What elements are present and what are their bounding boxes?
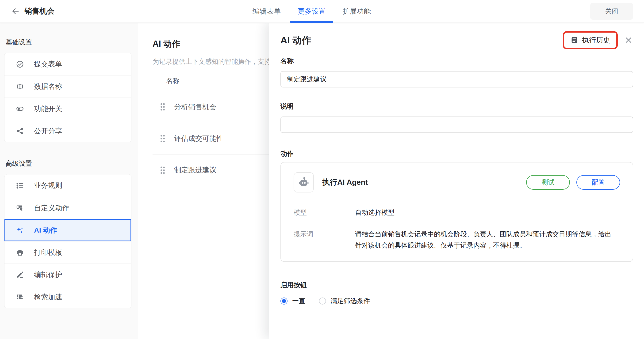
prompt-row: 提示词 请结合当前销售机会记录中的机会阶段、负责人、团队成员和预计成交日期等信息… — [294, 229, 620, 251]
sidebar-item-print-templates[interactable]: 打印模板 — [4, 241, 131, 264]
radio-option-always[interactable]: 一直 — [280, 297, 305, 306]
sparkles-icon — [16, 226, 24, 234]
top-bar: 销售机会 编辑表单 更多设置 扩展功能 关闭 — [0, 0, 644, 23]
agent-action-card: 执行AI Agent 测试 配置 模型 自动选择模型 提示词 请结合当前销售机会… — [280, 162, 633, 262]
execution-history-label: 执行历史 — [582, 35, 610, 45]
toggle-icon — [16, 105, 24, 113]
description-input[interactable] — [280, 116, 633, 133]
execution-history-button[interactable]: 执行历史 — [570, 35, 610, 45]
sidebar-item-label: 编辑保护 — [34, 270, 62, 280]
model-row: 模型 自动选择模型 — [294, 207, 620, 218]
rename-icon — [16, 82, 24, 91]
tab-extensions[interactable]: 扩展功能 — [334, 0, 379, 23]
sidebar-item-label: AI 动作 — [34, 226, 57, 235]
sidebar-item-search-acceleration[interactable]: 检索加速 — [4, 286, 131, 308]
close-button[interactable]: 关闭 — [590, 3, 633, 20]
prompt-value: 请结合当前销售机会记录中的机会阶段、负责人、团队成员和预计成交日期等信息，给出针… — [355, 229, 613, 251]
basic-settings-card: 提交表单 数据名称 功能开关 公开分享 — [4, 53, 132, 142]
app-window: 销售机会 编辑表单 更多设置 扩展功能 关闭 基础设置 提交表单 数据名称 — [0, 0, 644, 339]
sidebar-item-edit-protection[interactable]: 编辑保护 — [4, 264, 131, 286]
agent-card-header: 执行AI Agent 测试 配置 — [294, 172, 620, 192]
advanced-settings-card: 业务规则 自定义动作 AI 动作 打印模板 编辑保护 — [4, 174, 132, 308]
sidebar-item-label: 自定义动作 — [34, 203, 69, 213]
radio-unselected-icon[interactable] — [319, 298, 326, 305]
sidebar-item-label: 提交表单 — [34, 59, 62, 69]
agent-card-title: 执行AI Agent — [322, 177, 368, 188]
model-label: 模型 — [294, 207, 355, 218]
drawer-header: AI 动作 执行历史 — [280, 29, 633, 51]
ai-action-detail-drawer: AI 动作 执行历史 名称 说明 动作 — [269, 23, 644, 339]
sidebar-item-label: 业务规则 — [34, 181, 62, 190]
sidebar-item-public-share[interactable]: 公开分享 — [4, 120, 131, 142]
radio-label: 一直 — [292, 297, 305, 306]
sidebar-item-label: 公开分享 — [34, 126, 62, 136]
enable-button-label: 启用按钮 — [280, 281, 633, 290]
sidebar-item-label: 打印模板 — [34, 248, 62, 257]
action-section-label: 动作 — [280, 149, 633, 158]
page-title: 销售机会 — [24, 6, 54, 16]
robot-icon — [298, 176, 310, 189]
share-icon — [16, 127, 24, 135]
tab-more-settings[interactable]: 更多设置 — [289, 0, 334, 23]
drag-handle-icon[interactable] — [160, 134, 166, 143]
sidebar-item-ai-actions[interactable]: AI 动作 — [4, 219, 131, 241]
annotation-highlight-box: 执行历史 — [563, 31, 618, 49]
section-heading-basic: 基础设置 — [6, 38, 132, 47]
row-name: 分析销售机会 — [174, 102, 216, 112]
history-log-icon — [570, 36, 578, 44]
radio-label: 满足筛选条件 — [331, 297, 370, 306]
name-input[interactable] — [280, 71, 633, 87]
radio-selected-icon[interactable] — [280, 298, 288, 305]
test-button[interactable]: 测试 — [526, 175, 570, 190]
tab-edit-form[interactable]: 编辑表单 — [244, 0, 289, 23]
back-button[interactable] — [10, 6, 21, 16]
arrow-left-icon — [11, 7, 20, 15]
enable-condition-radios: 一直 满足筛选条件 — [280, 297, 633, 306]
drawer-title: AI 动作 — [280, 34, 311, 47]
sidebar-item-label: 数据名称 — [34, 82, 62, 91]
drawer-close-button[interactable] — [624, 35, 633, 45]
rules-list-icon — [16, 181, 24, 190]
settings-sidebar: 基础设置 提交表单 数据名称 功能开关 公开分享 — [0, 23, 138, 339]
tab-bar: 编辑表单 更多设置 扩展功能 — [244, 0, 379, 23]
configure-button[interactable]: 配置 — [576, 175, 620, 190]
sidebar-item-label: 功能开关 — [34, 104, 62, 114]
description-field-label: 说明 — [280, 102, 633, 111]
drag-handle-icon[interactable] — [160, 102, 166, 111]
row-name: 评估成交可能性 — [174, 134, 224, 143]
radio-option-filter-condition[interactable]: 满足筛选条件 — [319, 297, 370, 306]
pencil-icon — [16, 271, 24, 279]
sidebar-item-custom-actions[interactable]: 自定义动作 — [4, 197, 131, 219]
prompt-label: 提示词 — [294, 229, 355, 251]
check-circle-icon — [16, 60, 24, 68]
printer-icon — [16, 248, 24, 257]
index-card-icon — [16, 293, 24, 301]
name-field-label: 名称 — [280, 56, 633, 65]
section-heading-advanced: 高级设置 — [6, 159, 132, 168]
sidebar-item-label: 检索加速 — [34, 292, 62, 302]
row-name: 制定跟进建议 — [174, 165, 216, 175]
sidebar-item-business-rules[interactable]: 业务规则 — [4, 174, 131, 197]
sidebar-item-submit-form[interactable]: 提交表单 — [4, 53, 131, 75]
sidebar-item-feature-toggle[interactable]: 功能开关 — [4, 97, 131, 120]
main-area: 基础设置 提交表单 数据名称 功能开关 公开分享 — [0, 23, 644, 339]
drag-handle-icon[interactable] — [160, 166, 166, 175]
agent-icon-container — [294, 172, 314, 192]
close-x-icon — [624, 36, 632, 44]
agent-card-buttons: 测试 配置 — [526, 175, 620, 190]
cursor-click-icon — [16, 204, 24, 212]
sidebar-item-data-name[interactable]: 数据名称 — [4, 75, 131, 97]
model-value: 自动选择模型 — [355, 207, 394, 218]
